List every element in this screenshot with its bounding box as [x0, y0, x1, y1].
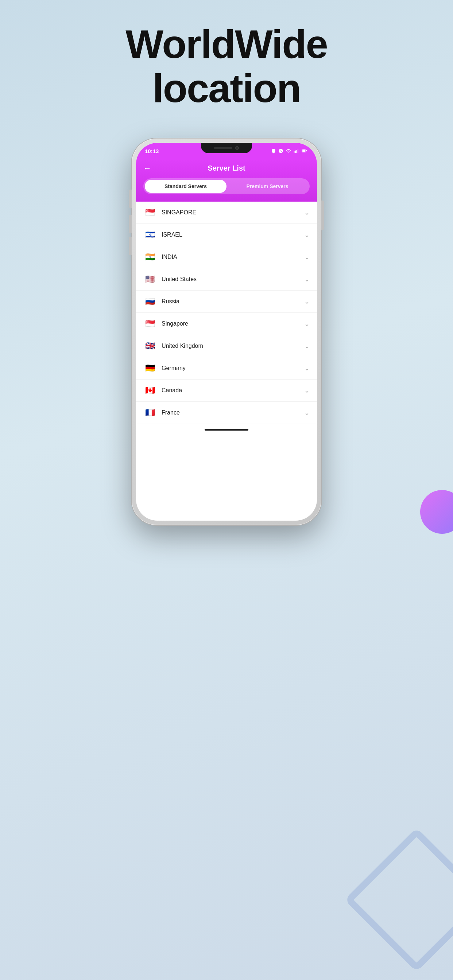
tab-premium[interactable]: Premium Servers	[226, 180, 308, 193]
chevron-down-icon: ⌄	[304, 208, 309, 216]
server-item-sg2[interactable]: 🇸🇬Singapore⌄	[136, 313, 317, 335]
phone-screen: 10:13 ← Serv	[136, 143, 317, 520]
chevron-down-icon: ⌄	[304, 409, 309, 417]
flag-sg: 🇸🇬	[144, 320, 156, 328]
front-camera	[235, 146, 239, 150]
server-item-fr[interactable]: 🇫🇷France⌄	[136, 402, 317, 424]
back-button[interactable]: ←	[144, 164, 152, 173]
headline: WorldWide location	[0, 22, 453, 110]
server-item-in[interactable]: 🇮🇳INDIA⌄	[136, 246, 317, 268]
phone-notch	[201, 143, 252, 153]
status-time: 10:13	[145, 148, 159, 154]
server-item-de[interactable]: 🇩🇪Germany⌄	[136, 357, 317, 380]
home-indicator	[136, 424, 317, 435]
app-header: ← Server List Standard Servers Premium S…	[136, 159, 317, 202]
country-name: ISRAEL	[161, 232, 304, 238]
chevron-down-icon: ⌄	[304, 387, 309, 395]
country-name: Canada	[161, 387, 304, 394]
chevron-down-icon: ⌄	[304, 342, 309, 350]
svg-rect-2	[297, 150, 297, 153]
flag-ru: 🇷🇺	[144, 297, 156, 306]
country-name: United States	[161, 276, 304, 283]
bg-diamond-shape	[344, 827, 453, 972]
country-name: United Kingdom	[161, 343, 304, 349]
phone-mockup: 10:13 ← Serv	[132, 138, 321, 525]
server-item-gb[interactable]: 🇬🇧United Kingdom⌄	[136, 335, 317, 357]
country-name: France	[161, 409, 304, 416]
flag-sg: 🇸🇬	[144, 208, 156, 217]
flag-in: 🇮🇳	[144, 253, 156, 261]
flag-ca: 🇨🇦	[144, 386, 156, 395]
country-name: Germany	[161, 365, 304, 372]
shield-icon	[271, 148, 276, 153]
home-bar	[205, 429, 248, 431]
svg-rect-3	[298, 149, 298, 153]
svg-rect-0	[294, 151, 295, 153]
screen-title: Server List	[207, 164, 245, 172]
flag-us: 🇺🇸	[144, 275, 156, 284]
chevron-down-icon: ⌄	[304, 275, 309, 283]
chevron-down-icon: ⌄	[304, 320, 309, 328]
wifi-icon	[286, 148, 292, 153]
svg-rect-6	[306, 150, 307, 152]
flag-fr: 🇫🇷	[144, 408, 156, 417]
country-name: INDIA	[161, 254, 304, 260]
headline-line2: location	[152, 65, 301, 110]
status-icons	[271, 148, 308, 153]
country-name: Russia	[161, 298, 304, 305]
flag-de: 🇩🇪	[144, 364, 156, 372]
chevron-down-icon: ⌄	[304, 231, 309, 239]
header-nav: ← Server List	[144, 164, 309, 172]
country-name: Singapore	[161, 320, 304, 327]
clock-icon	[278, 148, 283, 153]
flag-il: 🇮🇱	[144, 231, 156, 239]
svg-rect-5	[302, 150, 305, 152]
chevron-down-icon: ⌄	[304, 253, 309, 261]
server-item-ru[interactable]: 🇷🇺Russia⌄	[136, 291, 317, 313]
flag-gb: 🇬🇧	[144, 342, 156, 350]
tab-standard[interactable]: Standard Servers	[145, 180, 226, 193]
phone-outer-shell: 10:13 ← Serv	[132, 138, 321, 525]
battery-icon	[301, 148, 308, 153]
server-item-us[interactable]: 🇺🇸United States⌄	[136, 268, 317, 291]
signal-icon	[293, 148, 299, 153]
server-item-ca[interactable]: 🇨🇦Canada⌄	[136, 380, 317, 402]
chevron-down-icon: ⌄	[304, 364, 309, 372]
svg-rect-1	[295, 151, 296, 153]
bg-circle-shape	[420, 490, 453, 534]
server-item-il[interactable]: 🇮🇱ISRAEL⌄	[136, 224, 317, 246]
server-list: 🇸🇬SINGAPORE⌄🇮🇱ISRAEL⌄🇮🇳INDIA⌄🇺🇸United St…	[136, 202, 317, 424]
speaker	[214, 147, 232, 149]
tab-switcher: Standard Servers Premium Servers	[144, 178, 309, 194]
country-name: SINGAPORE	[161, 209, 304, 216]
chevron-down-icon: ⌄	[304, 298, 309, 305]
headline-line1: WorldWide	[126, 22, 327, 66]
server-item-sg1[interactable]: 🇸🇬SINGAPORE⌄	[136, 202, 317, 224]
